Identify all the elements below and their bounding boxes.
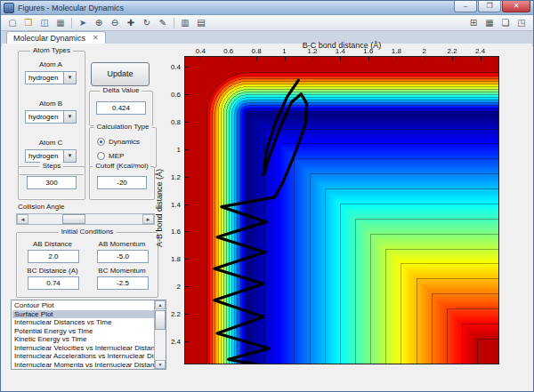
ab-momentum-field[interactable]: -5.0 <box>97 250 149 263</box>
grid-layout-icon[interactable]: ▦ <box>481 16 498 29</box>
window-title: Figures - Molecular Dynamics <box>18 2 450 14</box>
x-tick-label: 0.8 <box>246 47 267 55</box>
x-tick-label: 1 <box>274 47 295 55</box>
radio-icon[interactable] <box>97 152 105 160</box>
ab-distance-field[interactable]: 2.0 <box>28 250 79 263</box>
toolbar-left-group: ▢❒◫▦➤⊕⊖✚↻✎▥▤ <box>4 16 209 29</box>
x-tick-label: 1.8 <box>385 47 407 55</box>
window-controls: –❐✕ <box>454 1 530 12</box>
radio-icon[interactable] <box>97 138 105 146</box>
slider-right-arrow-icon[interactable]: ► <box>142 214 154 224</box>
slider-track[interactable] <box>28 214 142 224</box>
app-icon <box>4 3 14 13</box>
x-tick-label: 2.4 <box>470 47 491 55</box>
plot-list-item[interactable]: Potential Energy vs Time <box>12 327 154 336</box>
title-bar[interactable]: Figures - Molecular Dynamics –❐✕ <box>1 1 533 15</box>
listbox-scrollbar[interactable]: ▲ ▼ <box>154 300 166 369</box>
plot-type-listbox[interactable]: Contour PlotSurface PlotInternuclear Dis… <box>11 300 166 370</box>
atom-b-select[interactable]: hydrogen▼ <box>25 110 77 124</box>
calc-option-mep[interactable]: MEP <box>97 152 124 160</box>
print-icon[interactable]: ▦ <box>53 16 69 29</box>
new-figure-icon[interactable]: ▢ <box>4 16 20 29</box>
collision-angle-slider[interactable]: ◄ ► <box>16 213 155 225</box>
y-tick-label: 2.4 <box>167 338 181 346</box>
ab-momentum-label: AB Momentum <box>92 240 152 249</box>
atom-c-label: Atom C <box>19 139 83 148</box>
atom-a-label: Atom A <box>19 60 83 69</box>
plot-list-item[interactable]: Internuclear Velocities vs Internuclear … <box>12 344 154 353</box>
atom-c-select[interactable]: hydrogen▼ <box>25 149 77 163</box>
x-tick-label: 1.2 <box>302 47 323 55</box>
close-button[interactable]: ✕ <box>502 1 530 12</box>
atom-b-label: Atom B <box>19 100 83 108</box>
save-icon[interactable]: ◫ <box>36 16 53 29</box>
radio-label: MEP <box>109 152 124 160</box>
scroll-up-icon[interactable]: ▲ <box>155 300 166 309</box>
slider-left-arrow-icon[interactable]: ◄ <box>17 214 28 224</box>
dropdown-arrow-icon[interactable]: ▼ <box>64 149 77 163</box>
float-figure-icon[interactable]: ❏ <box>498 16 514 29</box>
atom-b-value: hydrogen <box>25 110 64 124</box>
delta-value-title: Delta Value <box>101 86 142 95</box>
calc-option-dynamics[interactable]: Dynamics <box>97 138 140 146</box>
figure-content: Atom Types Atom Ahydrogen▼Atom Bhydrogen… <box>2 44 532 390</box>
zoom-in-icon[interactable]: ⊕ <box>91 16 107 29</box>
bc-distance-a--field[interactable]: 0.74 <box>28 276 79 290</box>
rotate-3d-icon[interactable]: ↻ <box>139 16 155 29</box>
plot-list-item[interactable]: Internuclear Momenta vs Internuclear Dis… <box>12 361 154 369</box>
collision-angle-label: Collision Angle <box>18 203 64 212</box>
open-file-icon[interactable]: ❒ <box>20 16 36 29</box>
contour-plot-canvas[interactable] <box>185 57 498 364</box>
tile-figures-icon[interactable]: ⊞ <box>465 16 481 29</box>
figures-window: Figures - Molecular Dynamics –❐✕ ▢❒◫▦➤⊕⊖… <box>0 0 534 392</box>
maximize-button[interactable]: ❐ <box>478 1 501 12</box>
minimize-button[interactable]: – <box>454 1 477 12</box>
delta-value-field[interactable]: 0.424 <box>96 101 146 115</box>
atom-types-panel: Atom Types Atom Ahydrogen▼Atom Bhydrogen… <box>18 51 85 175</box>
scroll-down-icon[interactable]: ▼ <box>155 360 166 369</box>
cutoff-title: Cutoff (Kcal/mol) <box>93 162 150 171</box>
steps-field[interactable]: 300 <box>27 176 77 189</box>
y-tick-label: 1.8 <box>167 255 181 263</box>
plot-list-item[interactable]: Kinetic Energy vs Time <box>12 335 154 344</box>
y-tick-label: 1.2 <box>167 173 181 181</box>
insert-colorbar-icon[interactable]: ▥ <box>177 16 193 29</box>
steps-panel: Steps 300 <box>18 166 85 200</box>
dropdown-arrow-icon[interactable]: ▼ <box>64 110 77 124</box>
atom-a-select[interactable]: hydrogen▼ <box>25 71 77 84</box>
atom-c-value: hydrogen <box>25 149 64 163</box>
pes-contour-plot[interactable] <box>184 56 499 364</box>
zoom-out-icon[interactable]: ⊖ <box>107 16 123 29</box>
cutoff-panel: Cutoff (Kcal/mol) -20 <box>89 166 155 200</box>
x-tick-label: 1.4 <box>329 47 351 55</box>
slider-thumb[interactable] <box>62 214 85 224</box>
y-tick-label: 0.8 <box>167 118 181 126</box>
plot-list-item[interactable]: Contour Plot <box>12 301 154 310</box>
radio-label: Dynamics <box>109 138 140 146</box>
dropdown-arrow-icon[interactable]: ▼ <box>64 71 77 84</box>
toolbar-right-group: ⊞▦❏◳ <box>465 16 530 29</box>
update-button[interactable]: Update <box>91 62 150 86</box>
pan-icon[interactable]: ✚ <box>123 16 139 29</box>
figure-toolbar: ▢❒◫▦➤⊕⊖✚↻✎▥▤ ⊞▦❏◳ <box>1 15 533 31</box>
edit-plot-icon[interactable]: ➤ <box>75 16 91 29</box>
y-tick-label: 2.2 <box>167 310 181 318</box>
steps-title: Steps <box>40 162 63 171</box>
ab-distance-label: AB Distance <box>22 240 83 249</box>
toolbar-separator <box>71 18 72 28</box>
x-tick-label: 0.6 <box>218 47 239 55</box>
plot-list-item[interactable]: Internuclear Accelerations vs Internucle… <box>12 352 154 361</box>
plot-type-list: Contour PlotSurface PlotInternuclear Dis… <box>12 301 154 368</box>
dock-figure-icon[interactable]: ◳ <box>514 16 530 29</box>
toolbar-separator <box>174 18 174 28</box>
plot-list-item[interactable]: Surface Plot <box>12 310 154 319</box>
bc-momentum-field[interactable]: -2.5 <box>97 276 149 290</box>
cutoff-field[interactable]: -20 <box>97 176 147 189</box>
scroll-thumb[interactable] <box>155 310 166 330</box>
plot-list-item[interactable]: Internuclear Distances vs Time <box>12 318 154 327</box>
insert-legend-icon[interactable]: ▤ <box>193 16 209 29</box>
bc-momentum-label: BC Momentum <box>92 267 152 276</box>
data-cursor-icon[interactable]: ✎ <box>155 16 171 29</box>
calculation-type-title: Calculation Type <box>94 123 152 132</box>
y-tick-label: 0.6 <box>167 91 181 99</box>
